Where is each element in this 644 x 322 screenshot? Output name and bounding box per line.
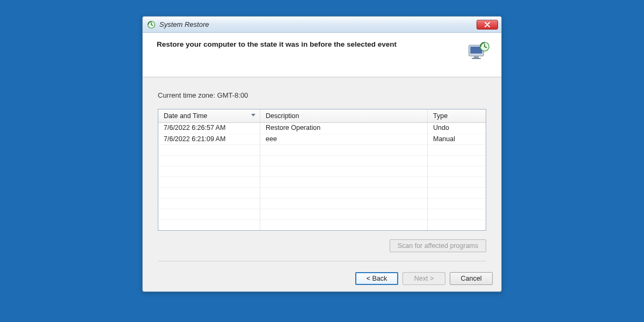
table-header: Date and Time Description Type <box>158 109 486 123</box>
svg-rect-4 <box>472 58 481 59</box>
titlebar[interactable]: System Restore <box>143 17 501 33</box>
window-title: System Restore <box>159 20 209 28</box>
table-row[interactable]: 7/6/2022 6:26:57 AM Restore Operation Un… <box>158 123 486 134</box>
cell-description: eee <box>260 134 428 144</box>
close-button[interactable] <box>477 20 498 30</box>
column-header-description[interactable]: Description <box>260 109 428 122</box>
cell-description: Restore Operation <box>260 123 428 134</box>
column-header-type-label: Type <box>433 112 448 120</box>
page-heading: Restore your computer to the state it wa… <box>157 40 397 48</box>
column-header-datetime[interactable]: Date and Time <box>158 109 260 122</box>
restore-points-table: Date and Time Description Type 7/6/2022 … <box>158 109 486 231</box>
cell-type: Manual <box>428 134 486 144</box>
table-empty-row <box>158 144 486 155</box>
cell-datetime: 7/6/2022 6:26:57 AM <box>158 123 260 134</box>
cancel-button[interactable]: Cancel <box>450 272 493 285</box>
table-empty-row <box>158 219 486 230</box>
table-empty-row <box>158 209 486 219</box>
svg-rect-3 <box>474 56 479 58</box>
wizard-header: Restore your computer to the state it wa… <box>143 33 501 77</box>
system-restore-window: System Restore Restore your computer to … <box>142 16 502 292</box>
system-restore-icon <box>147 20 156 29</box>
wizard-footer: < Back Next > Cancel <box>143 267 501 291</box>
column-header-datetime-label: Date and Time <box>164 112 207 120</box>
back-button[interactable]: < Back <box>355 272 398 285</box>
table-body: 7/6/2022 6:26:57 AM Restore Operation Un… <box>158 123 486 230</box>
timezone-label: Current time zone: GMT-8:00 <box>158 91 486 99</box>
next-button[interactable]: Next > <box>402 272 445 285</box>
table-empty-row <box>158 187 486 198</box>
cell-datetime: 7/6/2022 6:21:09 AM <box>158 134 260 144</box>
column-header-type[interactable]: Type <box>428 109 486 122</box>
sort-desc-icon <box>251 114 255 116</box>
table-row[interactable]: 7/6/2022 6:21:09 AM eee Manual <box>158 134 486 144</box>
cell-type: Undo <box>428 123 486 134</box>
table-empty-row <box>158 177 486 187</box>
close-icon <box>485 22 490 27</box>
table-empty-row <box>158 198 486 209</box>
wizard-body: Current time zone: GMT-8:00 Date and Tim… <box>143 77 501 267</box>
table-empty-row <box>158 155 486 166</box>
restore-monitor-icon <box>467 40 491 64</box>
table-empty-row <box>158 166 486 177</box>
scan-affected-programs-button[interactable]: Scan for affected programs <box>390 239 486 252</box>
column-header-description-label: Description <box>266 112 299 120</box>
